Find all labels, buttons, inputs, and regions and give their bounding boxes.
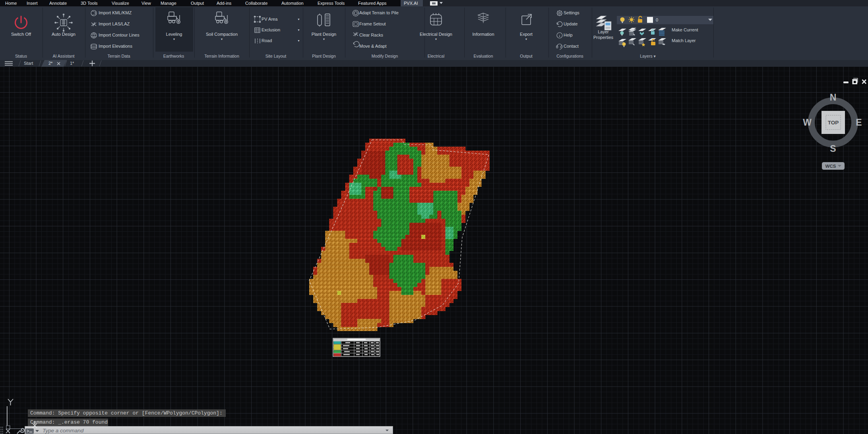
svg-text:W: W (803, 117, 812, 128)
svg-text:S: S (830, 143, 836, 154)
svg-text:WCS: WCS (825, 164, 836, 169)
svg-text:N: N (830, 92, 837, 103)
svg-text:E: E (856, 117, 862, 128)
svg-text:Type a command: Type a command (43, 428, 84, 434)
svg-text:0: 0 (656, 17, 658, 22)
svg-text:TOP: TOP (828, 120, 839, 126)
